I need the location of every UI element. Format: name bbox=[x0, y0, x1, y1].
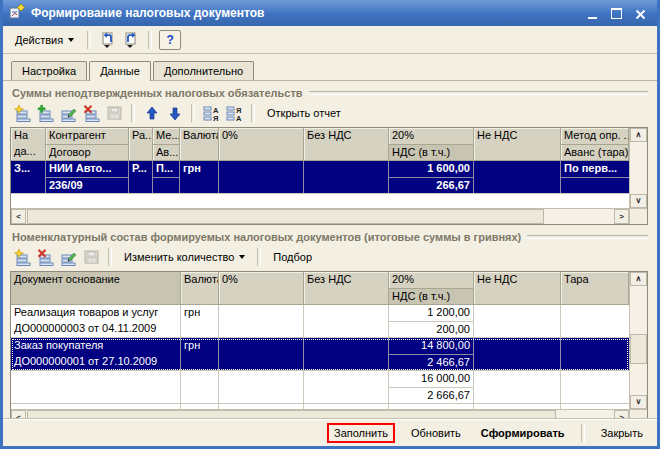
tab-dopolnitelno[interactable]: Дополнительно bbox=[153, 61, 254, 80]
change-quantity-label: Изменить количество bbox=[124, 251, 234, 263]
table1-vertical-scrollbar[interactable]: ∧ ∨ bbox=[629, 128, 647, 208]
next-position-icon bbox=[122, 31, 140, 49]
scrollbar-corner bbox=[629, 209, 647, 224]
column-header-contragent[interactable]: Контрагент Договор bbox=[46, 128, 129, 160]
tax-liability-row[interactable]: З... НИИ Авто... 236/09 Р... П... грн bbox=[11, 161, 629, 194]
svg-text:А: А bbox=[236, 114, 242, 122]
column-header-method-short[interactable]: Ме... Ав... bbox=[153, 128, 180, 160]
column-header-not-vat[interactable]: Не НДС bbox=[474, 272, 561, 304]
close-window-button[interactable]: Закрыть bbox=[597, 425, 647, 441]
column-header-20pct[interactable]: 20% НДС (в т.ч.) bbox=[389, 272, 474, 304]
open-report-button[interactable]: Открыть отчет bbox=[261, 105, 347, 121]
section1-title: Суммы неподтвержденных налоговых обязате… bbox=[12, 86, 648, 99]
column-header-document[interactable]: Документ основание bbox=[11, 272, 181, 304]
edit-icon bbox=[60, 105, 78, 122]
column-header-not-vat[interactable]: Не НДС bbox=[474, 128, 561, 160]
toolbar-separator bbox=[191, 104, 195, 122]
section1-title-text: Суммы неподтвержденных налоговых обязате… bbox=[12, 87, 303, 99]
minimize-icon bbox=[588, 17, 597, 19]
table2-empty-area bbox=[11, 404, 629, 409]
change-quantity-button[interactable]: Изменить количество bbox=[118, 249, 251, 265]
tab-content: Суммы неподтвержденных налоговых обязате… bbox=[3, 86, 657, 426]
column-header-0pct[interactable]: 0% bbox=[219, 272, 304, 304]
sort-descending-button[interactable]: Я А bbox=[224, 103, 245, 123]
podbor-button[interactable]: Подбор bbox=[267, 249, 318, 265]
nomenclature-row[interactable]: Реализация товаров и услуг ДО000000003 о… bbox=[11, 305, 629, 338]
next-position-button[interactable] bbox=[121, 30, 141, 50]
save-button[interactable]: ОК bbox=[104, 103, 125, 123]
column-header-tara[interactable]: Тара bbox=[561, 272, 629, 304]
add-copy-row-button[interactable] bbox=[35, 103, 56, 123]
minimize-button[interactable] bbox=[585, 6, 599, 20]
group-line bbox=[527, 235, 648, 239]
scroll-thumb[interactable] bbox=[630, 334, 647, 364]
form-documents-button[interactable]: Сформировать bbox=[477, 425, 569, 441]
edit-row-button[interactable] bbox=[58, 247, 79, 267]
group-line bbox=[309, 91, 648, 95]
scroll-track[interactable] bbox=[630, 286, 647, 395]
scroll-up-button[interactable]: ∧ bbox=[630, 272, 647, 286]
toolbar-separator bbox=[148, 31, 152, 49]
column-header-20pct[interactable]: 20% НДС (в т.ч.) bbox=[389, 128, 474, 160]
button-panel: Заполнить Обновить Сформировать Закрыть bbox=[3, 418, 657, 446]
help-button[interactable]: ? bbox=[159, 30, 181, 50]
column-header-method[interactable]: Метод опр. ... Аванс (тара) bbox=[561, 128, 629, 160]
edit-row-button[interactable] bbox=[58, 103, 79, 123]
scroll-down-button[interactable]: ∨ bbox=[630, 395, 647, 409]
table1-header-row: На да... Контрагент Договор Ра... Ме... bbox=[11, 128, 629, 161]
scroll-down-button[interactable]: ∨ bbox=[630, 194, 647, 208]
scroll-thumb[interactable] bbox=[27, 209, 544, 224]
arrow-down-icon bbox=[166, 105, 184, 122]
scroll-track[interactable] bbox=[26, 209, 614, 224]
delete-row-button[interactable] bbox=[35, 247, 56, 267]
nomenclature-row-selected[interactable]: Заказ покупателя ДО000000001 от 27.10.20… bbox=[11, 338, 629, 371]
previous-position-button[interactable] bbox=[98, 30, 118, 50]
scroll-right-button[interactable]: > bbox=[614, 209, 629, 224]
nomenclature-table: Документ основание Валюта 0% Без НДС 20% bbox=[10, 271, 648, 426]
table1-horizontal-scrollbar[interactable]: < > bbox=[11, 209, 629, 224]
title-bar: Формирование налоговых документов bbox=[3, 0, 657, 26]
actions-menu-label: Действия bbox=[15, 34, 63, 46]
toolbar-separator bbox=[108, 248, 112, 266]
move-down-button[interactable] bbox=[164, 103, 185, 123]
add-row-button[interactable] bbox=[12, 103, 33, 123]
refresh-button[interactable]: Обновить bbox=[407, 425, 465, 441]
column-header-currency[interactable]: Валюта bbox=[180, 128, 219, 160]
totals-row: 16 000,00 2 666,67 bbox=[11, 371, 629, 404]
delete-icon bbox=[37, 249, 55, 266]
total-vat: 2 666,67 bbox=[389, 387, 473, 403]
sort-ascending-button[interactable]: А Я bbox=[201, 103, 222, 123]
column-header-date[interactable]: На да... bbox=[11, 128, 46, 160]
fill-button[interactable]: Заполнить bbox=[330, 425, 392, 441]
table2-vertical-scrollbar[interactable]: ∧ ∨ bbox=[629, 272, 647, 409]
table2-header-row: Документ основание Валюта 0% Без НДС 20% bbox=[11, 272, 629, 305]
section2-toolbar: ОК Изменить количество Подбор bbox=[10, 245, 650, 271]
button-separator bbox=[581, 424, 585, 442]
svg-text:ОК: ОК bbox=[88, 258, 94, 263]
scroll-track[interactable] bbox=[630, 142, 647, 194]
toolbar-separator bbox=[257, 248, 261, 266]
save-button[interactable]: ОК bbox=[81, 247, 102, 267]
annotation-highlight: Заполнить bbox=[327, 423, 395, 443]
add-row-button[interactable] bbox=[12, 247, 33, 267]
section2-title: Номенклатурный состав формируемых налого… bbox=[12, 230, 648, 243]
column-header-no-vat[interactable]: Без НДС bbox=[304, 272, 389, 304]
previous-position-icon bbox=[99, 31, 117, 49]
close-button[interactable] bbox=[633, 6, 647, 20]
column-header-no-vat[interactable]: Без НДС bbox=[304, 128, 389, 160]
maximize-button[interactable] bbox=[609, 6, 623, 20]
toolbar-separator bbox=[131, 104, 135, 122]
scroll-up-button[interactable]: ∧ bbox=[630, 128, 647, 142]
column-header-ra[interactable]: Ра... bbox=[129, 128, 153, 160]
column-header-currency[interactable]: Валюта bbox=[181, 272, 219, 304]
actions-menu-button[interactable]: Действия bbox=[9, 31, 80, 49]
tab-nastroyka[interactable]: Настройка bbox=[11, 61, 87, 80]
maximize-icon bbox=[611, 8, 622, 19]
column-header-0pct[interactable]: 0% bbox=[219, 128, 304, 160]
scroll-left-button[interactable]: < bbox=[11, 209, 26, 224]
close-icon bbox=[635, 9, 646, 20]
delete-row-button[interactable] bbox=[81, 103, 102, 123]
edit-icon bbox=[60, 249, 78, 266]
move-up-button[interactable] bbox=[141, 103, 162, 123]
tab-dannye[interactable]: Данные bbox=[89, 61, 151, 81]
